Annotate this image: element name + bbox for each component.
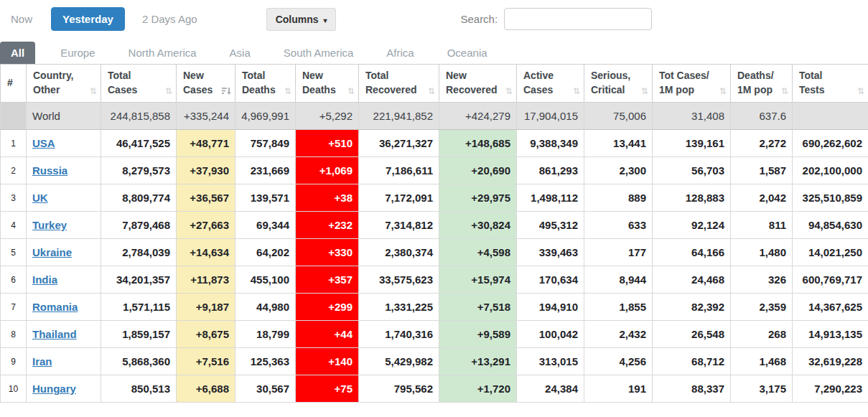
column-header-new_deaths[interactable]: NewDeaths⇅ — [296, 65, 359, 103]
yesterday-button[interactable]: Yesterday — [51, 7, 125, 31]
cell-country: Turkey — [27, 212, 101, 239]
sort-icon: ⇅ — [284, 87, 291, 95]
country-link[interactable]: Romania — [32, 301, 78, 313]
column-label: Serious, — [591, 69, 646, 83]
country-link[interactable]: Russia — [32, 164, 67, 177]
cell-new-deaths: +75 — [296, 375, 359, 403]
sort-icon: ⇅ — [505, 87, 513, 95]
tab-europe[interactable]: Europe — [50, 42, 106, 64]
world-row: World244,815,858+335,2444,969,991+5,2922… — [1, 103, 868, 130]
cell-total-tests: 32,619,228 — [793, 348, 868, 375]
cell-new-recovered: +30,824 — [439, 212, 517, 239]
cell-tot-cases-1m: 56,703 — [653, 157, 731, 184]
table-row: 2Russia8,279,573+37,930231,669+1,0697,18… — [1, 157, 868, 184]
column-header-new_recovered[interactable]: NewRecovered⇅ — [439, 65, 517, 103]
search-input[interactable] — [504, 8, 652, 30]
column-header-new_cases[interactable]: NewCases — [177, 65, 235, 103]
column-header-serious_critical[interactable]: Serious,Critical⇅ — [584, 65, 653, 103]
cell-deaths-1m: 268 — [731, 321, 793, 348]
now-button[interactable]: Now — [11, 13, 32, 25]
cell-new-deaths: +299 — [296, 294, 359, 321]
cell-total-deaths: 139,571 — [235, 184, 296, 212]
tab-all[interactable]: All — [0, 42, 35, 64]
cell-total-cases: 5,868,360 — [101, 348, 177, 375]
cell-new-recovered: +424,279 — [439, 103, 517, 130]
cell-active-cases: 861,293 — [517, 157, 584, 184]
cell-total-deaths: 455,100 — [235, 266, 296, 294]
column-header-deaths_1m[interactable]: Deaths/1M pop⇅ — [731, 65, 793, 103]
cell-country: USA — [27, 130, 101, 157]
table-row: 7Romania1,571,115+9,18744,980+2991,331,2… — [1, 294, 868, 321]
country-link[interactable]: Iran — [32, 355, 52, 367]
tab-africa[interactable]: Africa — [375, 42, 424, 64]
column-header-total_deaths[interactable]: TotalDeaths⇅ — [235, 65, 296, 103]
cell-total-tests: 14,021,250 — [793, 239, 868, 266]
column-label: Tests — [799, 83, 862, 98]
cell-deaths-1m: 811 — [731, 212, 793, 239]
cell-deaths-1m: 2,272 — [731, 130, 793, 157]
two-days-ago-button[interactable]: 2 Days Ago — [142, 13, 197, 25]
cell-rank: 4 — [1, 212, 27, 239]
tab-asia[interactable]: Asia — [219, 42, 261, 64]
column-header-active_cases[interactable]: ActiveCases⇅ — [517, 65, 584, 103]
cell-country: World — [27, 103, 101, 130]
table-row: 4Turkey7,879,468+27,66369,344+2327,314,8… — [1, 212, 868, 239]
column-header-total_cases[interactable]: TotalCases⇅ — [101, 65, 177, 103]
cell-serious-critical: 4,256 — [584, 348, 653, 375]
cell-country: Romania — [27, 294, 101, 321]
cell-tot-cases-1m: 128,883 — [653, 184, 731, 212]
country-link[interactable]: USA — [32, 137, 55, 149]
column-label: Cases — [523, 83, 578, 98]
cell-rank: 9 — [1, 348, 27, 375]
tab-north-america[interactable]: North America — [118, 42, 207, 64]
column-header-total_recovered[interactable]: TotalRecovered⇅ — [359, 65, 439, 103]
country-link[interactable]: India — [32, 273, 57, 286]
column-label: Total — [108, 69, 170, 83]
cell-new-cases: +9,187 — [177, 294, 235, 321]
cell-total-tests: 325,510,859 — [793, 184, 868, 212]
cell-active-cases: 17,904,015 — [517, 103, 584, 130]
toolbar: Now Yesterday 2 Days Ago Columns ▾ Searc… — [0, 0, 868, 38]
column-label: Recovered — [365, 83, 433, 98]
cell-total-tests: 690,262,602 — [793, 130, 868, 157]
sort-icon: ⇅ — [781, 87, 788, 95]
cell-new-recovered: +20,690 — [439, 157, 517, 184]
cell-deaths-1m: 1,587 — [731, 157, 793, 184]
cell-total-cases: 8,279,573 — [101, 157, 177, 184]
country-link[interactable]: Turkey — [32, 219, 67, 231]
cell-new-recovered: +29,975 — [439, 184, 517, 212]
column-header-tot_cases_1m[interactable]: Tot Cases/1M pop⇅ — [653, 65, 731, 103]
cell-total-cases: 46,417,525 — [101, 130, 177, 157]
cell-tot-cases-1m: 26,548 — [653, 321, 731, 348]
cell-tot-cases-1m: 31,408 — [653, 103, 731, 130]
column-label: # — [7, 76, 20, 90]
cell-serious-critical: 75,006 — [584, 103, 653, 130]
country-link[interactable]: Hungary — [32, 383, 76, 395]
cell-tot-cases-1m: 82,392 — [653, 294, 731, 321]
tab-south-america[interactable]: South America — [273, 42, 365, 64]
cell-new-cases: +48,771 — [177, 130, 235, 157]
cell-country: UK — [27, 184, 101, 212]
cell-new-cases: +27,663 — [177, 212, 235, 239]
country-link[interactable]: UK — [32, 192, 48, 204]
cell-total-tests: 94,854,630 — [793, 212, 868, 239]
table-row: 5Ukraine2,784,039+14,63464,202+3302,380,… — [1, 239, 868, 266]
cell-country: India — [27, 266, 101, 294]
column-label: Cases — [108, 83, 170, 98]
country-link[interactable]: Thailand — [32, 328, 77, 340]
country-link[interactable]: Ukraine — [32, 246, 72, 258]
cell-new-cases: +6,688 — [177, 375, 235, 403]
cell-active-cases: 9,388,349 — [517, 130, 584, 157]
cell-active-cases: 100,042 — [517, 321, 584, 348]
cell-deaths-1m: 1,480 — [731, 239, 793, 266]
column-header-country[interactable]: Country,Other⇅ — [27, 65, 101, 103]
column-label: New — [302, 69, 353, 83]
tab-oceania[interactable]: Oceania — [437, 42, 498, 64]
cell-total-recovered: 36,271,327 — [359, 130, 439, 157]
cell-new-deaths: +232 — [296, 212, 359, 239]
columns-dropdown-button[interactable]: Columns ▾ — [266, 8, 337, 31]
column-header-total_tests[interactable]: TotalTests⇅ — [793, 65, 868, 103]
search-area: Search: — [460, 8, 652, 30]
cell-tot-cases-1m: 68,712 — [653, 348, 731, 375]
cell-serious-critical: 8,944 — [584, 266, 653, 294]
